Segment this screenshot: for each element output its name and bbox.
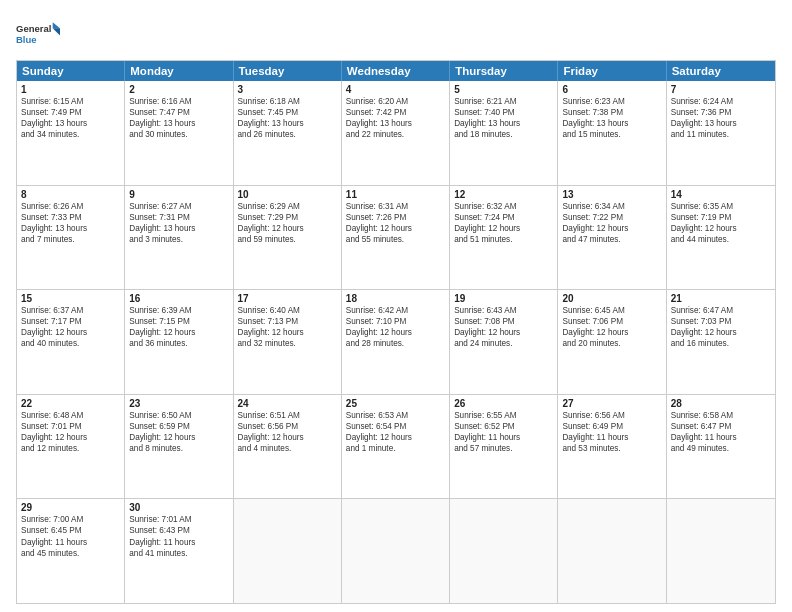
calendar-cell: 28Sunrise: 6:58 AMSunset: 6:47 PMDayligh… — [667, 395, 775, 499]
cell-line: Sunset: 7:19 PM — [671, 212, 771, 223]
cell-line: Daylight: 12 hours — [346, 327, 445, 338]
cell-line: Daylight: 13 hours — [129, 223, 228, 234]
calendar-week: 22Sunrise: 6:48 AMSunset: 7:01 PMDayligh… — [17, 394, 775, 499]
day-number: 5 — [454, 84, 553, 95]
cell-line: Sunset: 6:52 PM — [454, 421, 553, 432]
cell-line: Sunset: 7:22 PM — [562, 212, 661, 223]
cell-line: Sunrise: 6:37 AM — [21, 305, 120, 316]
day-number: 17 — [238, 293, 337, 304]
calendar-cell: 24Sunrise: 6:51 AMSunset: 6:56 PMDayligh… — [234, 395, 342, 499]
cell-line: Sunrise: 6:29 AM — [238, 201, 337, 212]
cell-line: Sunrise: 6:50 AM — [129, 410, 228, 421]
cell-line: Sunset: 7:45 PM — [238, 107, 337, 118]
cell-line: and 44 minutes. — [671, 234, 771, 245]
cell-line: Sunset: 7:26 PM — [346, 212, 445, 223]
cell-line: Sunset: 7:29 PM — [238, 212, 337, 223]
day-number: 30 — [129, 502, 228, 513]
cell-line: Daylight: 12 hours — [129, 327, 228, 338]
cell-line: and 22 minutes. — [346, 129, 445, 140]
cell-line: Daylight: 13 hours — [21, 223, 120, 234]
svg-text:General: General — [16, 23, 51, 34]
cell-line: and 24 minutes. — [454, 338, 553, 349]
cell-line: Daylight: 13 hours — [562, 118, 661, 129]
calendar-cell: 30Sunrise: 7:01 AMSunset: 6:43 PMDayligh… — [125, 499, 233, 603]
day-number: 16 — [129, 293, 228, 304]
day-number: 2 — [129, 84, 228, 95]
day-number: 8 — [21, 189, 120, 200]
calendar-cell: 7Sunrise: 6:24 AMSunset: 7:36 PMDaylight… — [667, 81, 775, 185]
cell-line: and 59 minutes. — [238, 234, 337, 245]
cell-line: and 8 minutes. — [129, 443, 228, 454]
cell-line: and 28 minutes. — [346, 338, 445, 349]
day-number: 22 — [21, 398, 120, 409]
calendar-cell: 22Sunrise: 6:48 AMSunset: 7:01 PMDayligh… — [17, 395, 125, 499]
calendar-week: 1Sunrise: 6:15 AMSunset: 7:49 PMDaylight… — [17, 81, 775, 185]
cell-line: Sunrise: 6:31 AM — [346, 201, 445, 212]
cell-line: Sunrise: 6:23 AM — [562, 96, 661, 107]
calendar-cell: 26Sunrise: 6:55 AMSunset: 6:52 PMDayligh… — [450, 395, 558, 499]
cell-line: and 32 minutes. — [238, 338, 337, 349]
cell-line: Sunset: 6:54 PM — [346, 421, 445, 432]
cell-line: and 40 minutes. — [21, 338, 120, 349]
calendar-header-cell: Saturday — [667, 61, 775, 81]
cell-line: Sunrise: 6:48 AM — [21, 410, 120, 421]
day-number: 14 — [671, 189, 771, 200]
day-number: 26 — [454, 398, 553, 409]
calendar-cell: 3Sunrise: 6:18 AMSunset: 7:45 PMDaylight… — [234, 81, 342, 185]
cell-line: Sunrise: 6:55 AM — [454, 410, 553, 421]
day-number: 10 — [238, 189, 337, 200]
cell-line: Sunset: 6:43 PM — [129, 525, 228, 536]
day-number: 3 — [238, 84, 337, 95]
cell-line: Daylight: 12 hours — [454, 223, 553, 234]
cell-line: Sunset: 7:31 PM — [129, 212, 228, 223]
cell-line: Sunset: 7:47 PM — [129, 107, 228, 118]
cell-line: Sunrise: 6:58 AM — [671, 410, 771, 421]
cell-line: Daylight: 11 hours — [562, 432, 661, 443]
cell-line: Daylight: 13 hours — [129, 118, 228, 129]
calendar-cell: 6Sunrise: 6:23 AMSunset: 7:38 PMDaylight… — [558, 81, 666, 185]
cell-line: Daylight: 13 hours — [454, 118, 553, 129]
cell-line: Sunrise: 6:35 AM — [671, 201, 771, 212]
cell-line: and 4 minutes. — [238, 443, 337, 454]
cell-line: Sunrise: 6:40 AM — [238, 305, 337, 316]
calendar-cell: 16Sunrise: 6:39 AMSunset: 7:15 PMDayligh… — [125, 290, 233, 394]
cell-line: Daylight: 11 hours — [129, 537, 228, 548]
day-number: 18 — [346, 293, 445, 304]
cell-line: and 51 minutes. — [454, 234, 553, 245]
calendar: SundayMondayTuesdayWednesdayThursdayFrid… — [16, 60, 776, 604]
cell-line: Daylight: 11 hours — [21, 537, 120, 548]
cell-line: Daylight: 12 hours — [238, 223, 337, 234]
calendar-cell: 4Sunrise: 6:20 AMSunset: 7:42 PMDaylight… — [342, 81, 450, 185]
calendar-header-cell: Sunday — [17, 61, 125, 81]
calendar-cell: 1Sunrise: 6:15 AMSunset: 7:49 PMDaylight… — [17, 81, 125, 185]
cell-line: Sunrise: 6:53 AM — [346, 410, 445, 421]
cell-line: and 26 minutes. — [238, 129, 337, 140]
day-number: 20 — [562, 293, 661, 304]
cell-line: Sunset: 6:56 PM — [238, 421, 337, 432]
cell-line: Sunrise: 6:32 AM — [454, 201, 553, 212]
cell-line: Sunset: 7:08 PM — [454, 316, 553, 327]
cell-line: Sunset: 7:36 PM — [671, 107, 771, 118]
cell-line: Sunset: 6:47 PM — [671, 421, 771, 432]
calendar-cell — [342, 499, 450, 603]
cell-line: Sunrise: 6:34 AM — [562, 201, 661, 212]
svg-text:Blue: Blue — [16, 34, 37, 45]
day-number: 13 — [562, 189, 661, 200]
cell-line: and 3 minutes. — [129, 234, 228, 245]
cell-line: Sunrise: 6:43 AM — [454, 305, 553, 316]
calendar-cell: 29Sunrise: 7:00 AMSunset: 6:45 PMDayligh… — [17, 499, 125, 603]
cell-line: Sunset: 7:03 PM — [671, 316, 771, 327]
calendar-cell: 25Sunrise: 6:53 AMSunset: 6:54 PMDayligh… — [342, 395, 450, 499]
day-number: 9 — [129, 189, 228, 200]
cell-line: Sunset: 7:15 PM — [129, 316, 228, 327]
calendar-body: 1Sunrise: 6:15 AMSunset: 7:49 PMDaylight… — [17, 81, 775, 603]
cell-line: Sunrise: 6:39 AM — [129, 305, 228, 316]
cell-line: and 16 minutes. — [671, 338, 771, 349]
calendar-cell: 18Sunrise: 6:42 AMSunset: 7:10 PMDayligh… — [342, 290, 450, 394]
calendar-cell: 10Sunrise: 6:29 AMSunset: 7:29 PMDayligh… — [234, 186, 342, 290]
cell-line: and 57 minutes. — [454, 443, 553, 454]
cell-line: Sunset: 6:59 PM — [129, 421, 228, 432]
cell-line: and 45 minutes. — [21, 548, 120, 559]
day-number: 24 — [238, 398, 337, 409]
cell-line: Sunrise: 6:26 AM — [21, 201, 120, 212]
